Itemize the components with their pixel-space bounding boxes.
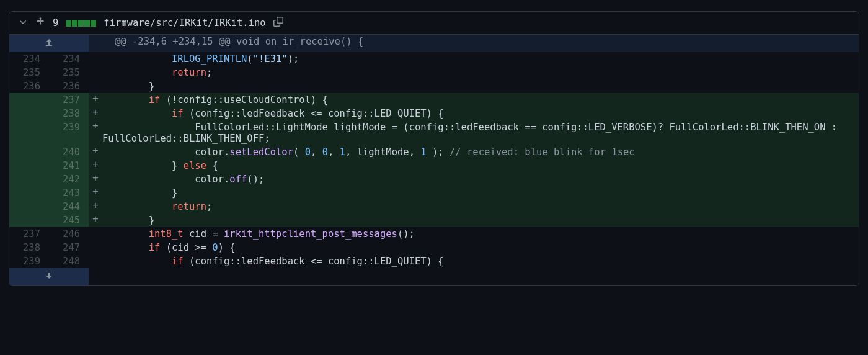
new-line-number[interactable]: 246 [49,227,89,241]
code-content: color.setLedColor( 0, 0, 1, lightMode, 1… [102,145,859,159]
diff-sign [89,254,102,268]
change-count: 9 [53,17,58,29]
code-content: } [102,213,859,227]
expand-down-button[interactable] [9,268,89,285]
new-line-number[interactable]: 239 [49,120,89,145]
code-content: if (!config::useCloudControl) { [102,93,859,107]
added-line: 244+ return; [9,200,859,213]
old-line-number[interactable]: 238 [9,241,49,254]
code-content: if (cid >= 0) { [102,241,859,254]
code-content: } [102,79,859,93]
new-line-number[interactable]: 236 [49,79,89,93]
diff-sign: + [89,120,102,145]
copy-path-icon[interactable] [273,17,283,29]
added-line: 243+ } [9,186,859,200]
diff-sign: + [89,200,102,213]
context-line: 237246 int8_t cid = irkit_httpclient_pos… [9,227,859,241]
old-line-number[interactable] [9,186,49,200]
diff-sign: + [89,213,102,227]
code-content: return; [102,66,859,79]
expand-up-icon [44,38,54,50]
hunk-header-row: @@ -234,6 +234,15 @@ void on_ir_receive(… [9,35,859,52]
file-path[interactable]: firmware/src/IRKit/IRKit.ino [104,17,265,29]
context-line: 239248 if (config::ledFeedback <= config… [9,254,859,268]
diff-sign [89,66,102,79]
code-content: color.off(); [102,173,859,186]
new-line-number[interactable]: 235 [49,66,89,79]
diff-sign [89,79,102,93]
code-content: FullColorLed::LightMode lightMode = (con… [102,120,859,145]
old-line-number[interactable] [9,213,49,227]
new-line-number[interactable]: 234 [49,52,89,66]
new-line-number[interactable]: 247 [49,241,89,254]
old-line-number[interactable] [9,200,49,213]
context-line: 235235 return; [9,66,859,79]
new-line-number[interactable]: 241 [49,159,89,173]
diff-sign: + [89,186,102,200]
old-line-number[interactable] [9,173,49,186]
diff-table: @@ -234,6 +234,15 @@ void on_ir_receive(… [9,35,859,285]
new-line-number[interactable]: 237 [49,93,89,107]
context-line: 238247 if (cid >= 0) { [9,241,859,254]
context-line: 234234 IRLOG_PRINTLN("!E31"); [9,52,859,66]
new-line-number[interactable]: 243 [49,186,89,200]
old-line-number[interactable]: 237 [9,227,49,241]
added-line: 245+ } [9,213,859,227]
old-line-number[interactable] [9,107,49,120]
expand-down-row[interactable] [9,268,859,285]
code-content: if (config::ledFeedback <= config::LED_Q… [102,107,859,120]
new-line-number[interactable]: 242 [49,173,89,186]
code-content: if (config::ledFeedback <= config::LED_Q… [102,254,859,268]
old-line-number[interactable] [9,120,49,145]
hunk-text: @@ -234,6 +234,15 @@ void on_ir_receive(… [102,35,859,52]
new-line-number[interactable]: 244 [49,200,89,213]
new-line-number[interactable]: 245 [49,213,89,227]
old-line-number[interactable]: 239 [9,254,49,268]
code-content: int8_t cid = irkit_httpclient_post_messa… [102,227,859,241]
old-line-number[interactable] [9,159,49,173]
code-content: return; [102,200,859,213]
diff-sign: + [89,93,102,107]
code-content: } else { [102,159,859,173]
diff-sign [89,52,102,66]
old-line-number[interactable] [9,93,49,107]
diff-file: 9 firmware/src/IRKit/IRKit.ino @@ -234,6… [9,11,859,286]
expand-down-icon [44,272,54,283]
diff-sign: + [89,107,102,120]
old-line-number[interactable]: 234 [9,52,49,66]
added-line: 239+ FullColorLed::LightMode lightMode =… [9,120,859,145]
code-content: } [102,186,859,200]
old-line-number[interactable]: 235 [9,66,49,79]
diff-sign: + [89,159,102,173]
added-line: 238+ if (config::ledFeedback <= config::… [9,107,859,120]
old-line-number[interactable]: 236 [9,79,49,93]
new-line-number[interactable]: 238 [49,107,89,120]
drag-handle-icon[interactable] [35,17,45,29]
new-line-number[interactable]: 248 [49,254,89,268]
context-line: 236236 } [9,79,859,93]
expand-up-button[interactable] [9,35,89,52]
added-line: 241+ } else { [9,159,859,173]
file-header: 9 firmware/src/IRKit/IRKit.ino [9,12,859,35]
collapse-chevron-icon[interactable] [18,17,28,29]
new-line-number[interactable]: 240 [49,145,89,159]
diff-sign: + [89,145,102,159]
added-line: 237+ if (!config::useCloudControl) { [9,93,859,107]
diffstat-bars [66,20,96,27]
diff-sign [89,241,102,254]
diff-sign: + [89,173,102,186]
old-line-number[interactable] [9,145,49,159]
added-line: 240+ color.setLedColor( 0, 0, 1, lightMo… [9,145,859,159]
code-content: IRLOG_PRINTLN("!E31"); [102,52,859,66]
added-line: 242+ color.off(); [9,173,859,186]
diff-sign [89,227,102,241]
